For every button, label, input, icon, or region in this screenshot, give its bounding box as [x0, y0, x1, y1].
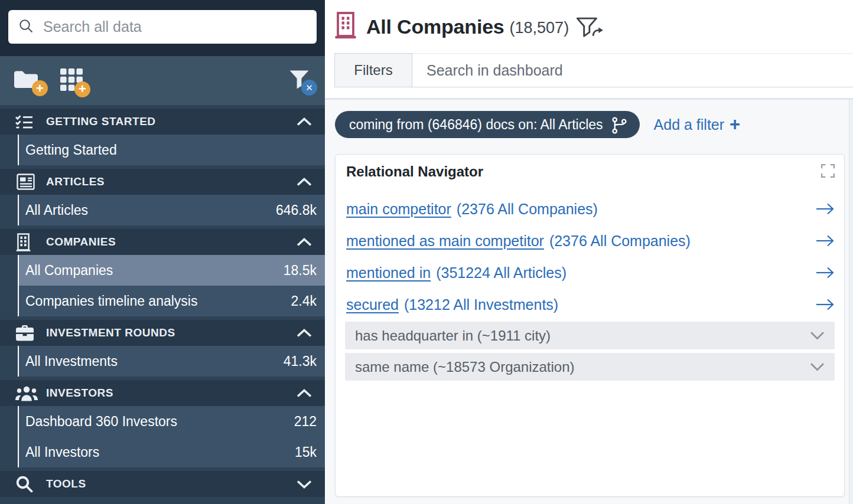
- section-items: Dashboard 360 Investors 212 All Investor…: [18, 406, 325, 467]
- filter-clear-badge-icon: ✕: [301, 80, 317, 96]
- sidebar-item-companies-timeline-analysis[interactable]: Companies timeline analysis 2.4k: [19, 286, 325, 316]
- page-header: All Companies (18,507): [325, 0, 853, 53]
- applied-filter-label: coming from (646846) docs on: All Articl…: [349, 117, 603, 133]
- newspaper-icon: [15, 174, 41, 190]
- vertical-scrollbar[interactable]: [849, 100, 853, 504]
- arrow-right-icon[interactable]: [815, 298, 835, 311]
- result-count: (18,507): [510, 19, 569, 37]
- section-header-getting-started[interactable]: GETTING STARTED: [0, 109, 325, 135]
- item-label: All Investors: [25, 444, 99, 460]
- sidebar-item-all-investors[interactable]: All Investors 15k: [19, 437, 325, 467]
- item-count: 646.8k: [276, 202, 317, 218]
- section-items: All Articles 646.8k: [18, 195, 325, 225]
- dashboard-search-input[interactable]: [412, 53, 853, 87]
- relation-row-has-headquarter-in[interactable]: has headquarter in (~1911 city): [345, 322, 835, 349]
- section-items: All Companies 18.5k Companies timeline a…: [18, 255, 325, 316]
- clear-filters-button[interactable]: ✕: [289, 70, 310, 91]
- section-header-companies[interactable]: COMPANIES: [0, 229, 325, 255]
- relation-link-main-competitor[interactable]: main competitor (2376 All Companies): [336, 193, 844, 225]
- add-dashboard-button[interactable]: +: [60, 68, 83, 93]
- relation-name[interactable]: mentioned as main competitor: [346, 233, 544, 250]
- arrow-right-icon[interactable]: [815, 234, 835, 247]
- section-investment-rounds: INVESTMENT ROUNDS All Investments 41.3k: [0, 320, 325, 377]
- dashboard-toolbar: Filters: [334, 53, 853, 87]
- relation-link-mentioned-as-main-competitor[interactable]: mentioned as main competitor (2376 All C…: [336, 225, 844, 257]
- company-building-icon: [334, 12, 357, 41]
- section-header-investment-rounds[interactable]: INVESTMENT ROUNDS: [0, 320, 325, 346]
- section-companies: COMPANIES All Companies 18.5k Companies …: [0, 229, 325, 316]
- sidebar-item-all-companies[interactable]: All Companies 18.5k: [19, 255, 325, 286]
- users-icon: [15, 385, 41, 401]
- item-count: 18.5k: [284, 263, 317, 279]
- search-icon: [18, 18, 34, 37]
- sidebar-item-getting-started[interactable]: Getting Started: [19, 135, 325, 165]
- relation-links: main competitor (2376 All Companies) men…: [336, 180, 844, 320]
- section-label: INVESTORS: [46, 387, 113, 400]
- chevron-up-icon: [297, 117, 312, 126]
- chevron-down-icon: [810, 331, 825, 340]
- item-count: 2.4k: [291, 293, 317, 309]
- relation-name[interactable]: main competitor: [346, 201, 451, 218]
- item-count: 41.3k: [284, 354, 317, 369]
- item-label: Dashboard 360 Investors: [25, 414, 177, 430]
- item-label: Companies timeline analysis: [25, 293, 197, 309]
- sidebar-item-all-investments[interactable]: All Investments 41.3k: [19, 346, 325, 377]
- section-header-tools[interactable]: TOOLS: [0, 471, 325, 497]
- plus-icon: +: [730, 115, 740, 133]
- chevron-up-icon: [297, 329, 312, 338]
- sidebar-toolbar: + + ✕: [0, 56, 325, 105]
- item-label: All Companies: [25, 263, 113, 279]
- relation-detail: (351224 All Articles): [436, 264, 567, 282]
- section-label: ARTICLES: [46, 175, 105, 188]
- chevron-up-icon: [297, 238, 312, 247]
- relation-row-same-name[interactable]: same name (~18573 Organization): [345, 353, 835, 381]
- add-filter-label: Add a filter: [654, 116, 725, 133]
- chevron-down-icon: [297, 480, 312, 489]
- chevron-up-icon: [297, 389, 312, 398]
- arrow-right-icon[interactable]: [815, 266, 835, 279]
- app-window: + + ✕: [0, 0, 853, 504]
- add-folder-button[interactable]: +: [13, 69, 40, 92]
- sidebar-item-all-articles[interactable]: All Articles 646.8k: [19, 195, 325, 225]
- section-articles: ARTICLES All Articles 646.8k: [0, 169, 325, 225]
- relation-name[interactable]: secured: [346, 296, 399, 313]
- applied-filter-chip[interactable]: coming from (646846) docs on: All Articl…: [335, 111, 640, 138]
- sidebar: + + ✕: [0, 0, 325, 504]
- relation-name[interactable]: mentioned in: [346, 264, 431, 282]
- page-title: All Companies: [366, 15, 504, 38]
- main-panel: All Companies (18,507) Filters coming fr…: [325, 0, 853, 504]
- global-search-input[interactable]: [43, 18, 307, 35]
- item-label: All Investments: [25, 354, 118, 369]
- building-icon: [15, 233, 41, 251]
- relation-detail: (2376 All Companies): [457, 201, 598, 218]
- sidebar-item-dashboard-360-investors[interactable]: Dashboard 360 Investors 212: [19, 406, 325, 437]
- section-header-articles[interactable]: ARTICLES: [0, 169, 325, 195]
- filter-forward-icon[interactable]: [576, 17, 604, 39]
- item-label: All Articles: [25, 202, 88, 218]
- dashboard-content: coming from (646846) docs on: All Articl…: [325, 100, 853, 504]
- relation-label: same name (~18573 Organization): [355, 359, 575, 375]
- relational-navigator-widget: Relational Navigator main competitor (23…: [335, 154, 845, 497]
- expand-icon[interactable]: [821, 163, 835, 178]
- arrow-right-icon[interactable]: [815, 202, 835, 215]
- item-label: Getting Started: [25, 142, 117, 158]
- add-filter-button[interactable]: Add a filter +: [654, 116, 741, 133]
- section-header-investors[interactable]: INVESTORS: [0, 380, 325, 406]
- sidebar-search-area: [0, 0, 325, 56]
- section-label: GETTING STARTED: [46, 115, 156, 128]
- chevron-down-icon: [810, 362, 825, 371]
- filters-button[interactable]: Filters: [334, 53, 412, 87]
- relation-link-mentioned-in[interactable]: mentioned in (351224 All Articles): [336, 257, 844, 289]
- relation-label: has headquarter in (~1911 city): [355, 328, 551, 344]
- relation-detail: (13212 All Investments): [404, 296, 558, 313]
- section-tools: TOOLS: [0, 471, 325, 497]
- collapsed-relations: has headquarter in (~1911 city) same nam…: [336, 320, 844, 381]
- section-label: COMPANIES: [46, 235, 116, 248]
- branch-icon: [611, 116, 628, 135]
- checklist-icon: [15, 114, 41, 129]
- global-search-box[interactable]: [8, 10, 317, 44]
- item-count: 212: [294, 414, 317, 430]
- section-items: All Investments 41.3k: [18, 346, 325, 377]
- relation-link-secured[interactable]: secured (13212 All Investments): [336, 289, 844, 320]
- chevron-up-icon: [297, 178, 312, 186]
